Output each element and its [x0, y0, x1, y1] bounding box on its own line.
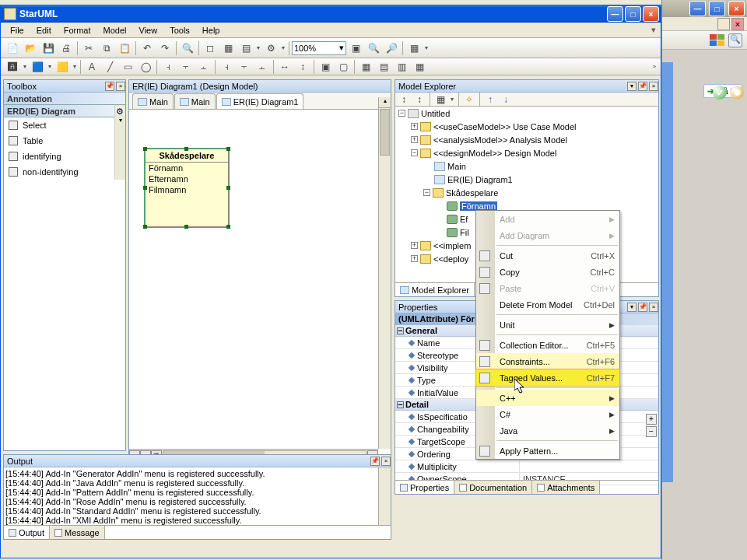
menu-overflow[interactable]: ▾ [650, 25, 658, 35]
tab-model-explorer[interactable]: Model Explorer [395, 283, 475, 296]
redo-icon[interactable]: ↷ [156, 40, 174, 57]
menu-view[interactable]: View [133, 24, 164, 37]
tool-non-identifying[interactable]: non-identifying [4, 164, 114, 180]
bg-btn[interactable] [717, 18, 730, 30]
rect-icon[interactable]: ▭ [119, 58, 136, 75]
panel-close-icon[interactable]: × [649, 82, 658, 91]
dist-v-icon[interactable]: ↕ [294, 58, 311, 75]
tab-main2[interactable]: Main [174, 93, 216, 109]
align-r-icon[interactable]: ⫠ [195, 58, 212, 75]
tab-attachments[interactable]: Attachments [532, 481, 600, 494]
align-l-icon[interactable]: ⫞ [160, 58, 177, 75]
panel-close-icon[interactable]: × [116, 82, 125, 91]
props-close-icon[interactable]: × [649, 303, 658, 312]
toolbar-overflow[interactable]: » [651, 63, 658, 70]
remove-button[interactable]: − [646, 426, 657, 437]
zoom-fit-icon[interactable]: ▦ [219, 40, 237, 57]
menu-edit[interactable]: Edit [30, 24, 58, 37]
win-icon[interactable]: ▦ [411, 58, 428, 75]
menu-format[interactable]: Format [58, 24, 97, 37]
ctx-java[interactable]: Java▶ [476, 422, 619, 439]
ellipse-icon[interactable]: ◯ [137, 58, 154, 75]
group-icon[interactable]: ▦ [357, 58, 374, 75]
find-icon[interactable]: 🔍 [179, 40, 196, 57]
ctx-unit[interactable]: Unit▶ [476, 317, 619, 333]
ctx-collection-editor-[interactable]: Collection Editor...Ctrl+F5 [476, 337, 619, 353]
close-button[interactable]: × [643, 6, 659, 22]
sort2-icon[interactable]: ↕ [412, 93, 426, 106]
text-icon[interactable]: A [83, 58, 100, 75]
maximize-button[interactable]: □ [625, 6, 641, 22]
fill-icon[interactable]: 🟨 [54, 58, 71, 75]
tab-message[interactable]: Message [50, 526, 105, 539]
props-menu-icon[interactable]: ▾ [627, 303, 637, 312]
tab-documentation[interactable]: Documentation [454, 481, 532, 494]
ctx-cut[interactable]: CutCtrl+X [476, 247, 619, 264]
align-c-icon[interactable]: ⫟ [177, 58, 195, 75]
tool-select[interactable]: Select [4, 117, 114, 133]
canvas-vscroll[interactable]: ▴ [378, 97, 391, 449]
ctx-apply-pattern-[interactable]: Apply Pattern... [476, 443, 619, 459]
menu-tools[interactable]: Tools [163, 24, 196, 37]
zoom-combo[interactable]: 100%▾ [292, 41, 346, 55]
output-vscroll[interactable] [378, 467, 391, 525]
search-icon[interactable]: 🔍 [728, 33, 742, 47]
entity-skadespelare[interactable]: Skådespelare Förnamn Efternamn Filmnamn [145, 149, 229, 227]
bg-minimize[interactable]: — [689, 1, 706, 16]
layout-icon[interactable]: ▤ [237, 40, 254, 57]
tab-main1[interactable]: Main [132, 93, 174, 109]
ctx-copy[interactable]: CopyCtrl+C [476, 264, 619, 280]
ctx-tagged-values-[interactable]: Tagged Values...Ctrl+F7 [476, 369, 619, 386]
ctx-constraints-[interactable]: Constraints...Ctrl+F6 [476, 353, 619, 369]
out-close-icon[interactable]: × [381, 457, 391, 466]
tool-table[interactable]: Table [4, 133, 114, 149]
menu-model[interactable]: Model [97, 24, 133, 37]
minimize-button[interactable]: — [607, 6, 623, 22]
gen-icon[interactable]: ⚙ [262, 40, 279, 57]
print-icon[interactable]: 🖨 [58, 40, 75, 57]
tab-erdiagram[interactable]: ER(IE) Diagram1 [216, 93, 304, 109]
align-t-icon[interactable]: ⫞ [218, 58, 235, 75]
tool-identifying[interactable]: identifying [4, 149, 114, 164]
tab-output[interactable]: Output [4, 526, 50, 539]
erd-section[interactable]: ERD(IE) Diagram [4, 105, 114, 117]
canvas[interactable]: Skådespelare Förnamn Efternamn Filmnamn [129, 110, 378, 449]
paste-icon[interactable]: 📋 [116, 40, 133, 57]
cascade-icon[interactable]: ▤ [375, 58, 392, 75]
grid-icon[interactable]: ▦ [405, 40, 423, 57]
zoom-actual-icon[interactable]: ▣ [347, 40, 364, 57]
align-b-icon[interactable]: ⫠ [254, 58, 271, 75]
toolbox-collapse-icon[interactable]: ▾ [119, 117, 122, 124]
filter-icon[interactable]: ▦ [433, 93, 447, 106]
align-m-icon[interactable]: ⫟ [236, 58, 253, 75]
prop-multiplicity[interactable]: Multiplicity [395, 460, 658, 473]
panel-pin-icon[interactable]: 📌 [638, 82, 647, 91]
zoom-out-icon[interactable]: 🔎 [383, 40, 400, 57]
props-pin-icon[interactable]: 📌 [638, 303, 647, 312]
sun-icon[interactable]: ✺ [730, 86, 744, 100]
menu-help[interactable]: Help [196, 24, 226, 37]
out-pin-icon[interactable]: 📌 [370, 457, 380, 466]
copy-icon[interactable]: ⧉ [98, 40, 115, 57]
back-icon[interactable]: ▢ [335, 58, 352, 75]
tile-icon[interactable]: ▥ [393, 58, 410, 75]
color-icon[interactable]: 🟦 [29, 58, 46, 75]
up-icon[interactable]: ↑ [483, 93, 497, 106]
tab-properties[interactable]: Properties [395, 481, 454, 494]
bg-maximize[interactable]: □ [709, 1, 725, 16]
select-icon[interactable]: ◻ [202, 40, 219, 57]
cut-icon[interactable]: ✂ [80, 40, 97, 57]
undo-icon[interactable]: ↶ [139, 40, 156, 57]
dist-h-icon[interactable]: ↔ [276, 58, 293, 75]
ctx-delete-from-model[interactable]: Delete From ModelCtrl+Del [476, 296, 619, 313]
open-icon[interactable]: 📂 [22, 40, 39, 57]
ok-icon[interactable]: ✓ [713, 86, 727, 100]
new-icon[interactable]: 📄 [4, 40, 21, 57]
pin-icon[interactable]: 📌 [105, 82, 114, 91]
down-icon[interactable]: ↓ [499, 93, 513, 106]
windows-flag-icon[interactable] [707, 32, 728, 49]
ctx-c-[interactable]: C#▶ [476, 406, 619, 422]
zoom-in-icon[interactable]: 🔍 [365, 40, 382, 57]
toolbox-opt-icon[interactable]: ⚙ [116, 107, 124, 115]
annotation-section[interactable]: Annotation [4, 93, 125, 105]
